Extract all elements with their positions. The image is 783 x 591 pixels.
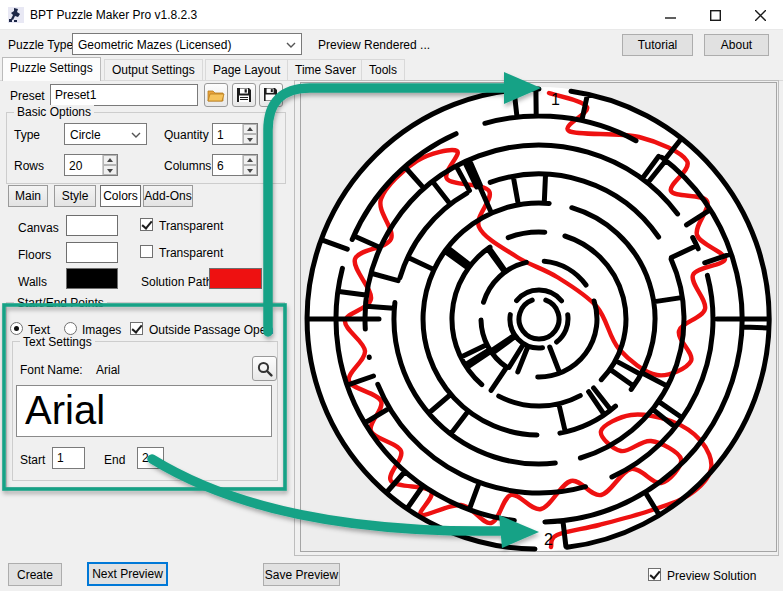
spin-down-icon[interactable] <box>103 165 117 175</box>
chevron-down-icon <box>131 132 141 138</box>
spin-up-icon[interactable] <box>243 155 257 165</box>
maze-end-marker: 2 <box>544 531 553 548</box>
outside-passage-checkbox[interactable] <box>130 322 143 335</box>
floors-transparent-checkbox[interactable] <box>140 245 153 258</box>
font-preview-box: Arial <box>16 385 272 437</box>
solution-color-swatch[interactable] <box>209 268 262 289</box>
quantity-label: Quantity <box>164 128 209 142</box>
folder-open-icon <box>207 88 225 102</box>
minimize-icon <box>665 10 676 21</box>
close-icon <box>755 10 766 21</box>
spin-up-icon[interactable] <box>243 124 257 134</box>
start-input[interactable] <box>52 447 85 469</box>
preview-status: Preview Rendered ... <box>318 38 430 52</box>
title-bar: BPT Puzzle Maker Pro v1.8.2.3 <box>0 0 783 30</box>
save-preview-button[interactable]: Save Preview <box>263 563 340 586</box>
puzzle-type-select[interactable]: Geometric Mazes (Licensed) <box>72 33 302 55</box>
tab-puzzle-settings[interactable]: Puzzle Settings <box>2 57 101 81</box>
tab-output-settings[interactable]: Output Settings <box>104 59 203 80</box>
rows-stepper[interactable]: 20 <box>64 154 118 176</box>
start-label: Start <box>20 453 45 467</box>
save-as-icon <box>263 87 280 104</box>
basic-options-title: Basic Options <box>14 105 94 119</box>
type-select[interactable]: Circle <box>64 123 147 145</box>
font-preview-text: Arial <box>25 388 105 433</box>
open-preset-button[interactable] <box>204 83 228 107</box>
app-window: BPT Puzzle Maker Pro v1.8.2.3 Puzzle Typ… <box>0 0 783 591</box>
create-button[interactable]: Create <box>8 563 62 586</box>
font-name-label: Font Name: <box>20 363 83 377</box>
subtab-colors[interactable]: Colors <box>100 185 141 207</box>
columns-stepper[interactable]: 6 <box>212 154 258 176</box>
font-picker-button[interactable] <box>252 356 277 381</box>
maze-preview: 1 2 <box>300 82 777 552</box>
subtab-style[interactable]: Style <box>54 185 96 207</box>
canvas-label: Canvas <box>18 221 59 235</box>
outside-passage-label: Outside Passage Open <box>149 323 273 337</box>
tab-tools[interactable]: Tools <box>361 59 405 80</box>
about-button[interactable]: About <box>704 34 769 56</box>
columns-label: Columns <box>164 159 211 173</box>
preview-solution-label: Preview Solution <box>667 569 756 583</box>
save-icon <box>236 87 252 103</box>
type-value: Circle <box>70 128 101 142</box>
subtab-main[interactable]: Main <box>8 185 48 207</box>
tab-page-layout[interactable]: Page Layout <box>205 59 288 80</box>
puzzle-type-label: Puzzle Type <box>8 38 73 52</box>
canvas-color-swatch[interactable] <box>66 215 118 236</box>
rows-label: Rows <box>14 159 44 173</box>
tab-time-saver[interactable]: Time Saver <box>287 59 364 80</box>
floors-transparent-label: Transparent <box>159 246 223 260</box>
type-label: Type <box>14 128 40 142</box>
images-radio[interactable] <box>64 322 77 335</box>
preset-input[interactable] <box>50 84 198 106</box>
puzzle-type-value: Geometric Mazes (Licensed) <box>78 38 231 52</box>
preview-solution-checkbox[interactable] <box>648 568 661 581</box>
end-label: End <box>104 453 125 467</box>
rows-value: 20 <box>65 155 102 175</box>
walls-label: Walls <box>18 275 47 289</box>
canvas-transparent-label: Transparent <box>159 219 223 233</box>
save-preset-button[interactable] <box>232 83 256 107</box>
font-name-value: Arial <box>96 363 120 377</box>
walls-color-swatch[interactable] <box>66 268 118 289</box>
maze-image: 1 2 <box>301 83 778 553</box>
solution-path-label: Solution Path <box>141 275 212 289</box>
save-preset-as-button[interactable] <box>259 83 283 107</box>
text-radio[interactable] <box>10 322 23 335</box>
close-button[interactable] <box>738 0 783 30</box>
canvas-transparent-checkbox[interactable] <box>140 218 153 231</box>
app-icon <box>8 7 24 23</box>
next-preview-button[interactable]: Next Preview <box>87 562 168 586</box>
start-end-title: Start/End Points <box>14 296 107 310</box>
maximize-button[interactable] <box>693 0 738 30</box>
maximize-icon <box>710 10 721 21</box>
preset-label: Preset <box>10 89 45 103</box>
spin-down-icon[interactable] <box>243 134 257 144</box>
spin-up-icon[interactable] <box>103 155 117 165</box>
quantity-value: 1 <box>213 124 242 144</box>
end-input[interactable] <box>137 447 164 469</box>
chevron-down-icon <box>286 42 296 48</box>
spin-down-icon[interactable] <box>243 165 257 175</box>
floors-color-swatch[interactable] <box>66 242 118 263</box>
columns-value: 6 <box>213 155 242 175</box>
window-title: BPT Puzzle Maker Pro v1.8.2.3 <box>30 8 197 22</box>
minimize-button[interactable] <box>648 0 693 30</box>
maze-start-marker: 1 <box>551 91 560 108</box>
quantity-stepper[interactable]: 1 <box>212 123 258 145</box>
tutorial-button[interactable]: Tutorial <box>622 34 693 56</box>
text-settings-title: Text Settings <box>20 335 95 349</box>
subtab-addons[interactable]: Add-Ons <box>143 185 193 207</box>
floors-label: Floors <box>18 248 51 262</box>
magnifier-icon <box>257 361 273 377</box>
